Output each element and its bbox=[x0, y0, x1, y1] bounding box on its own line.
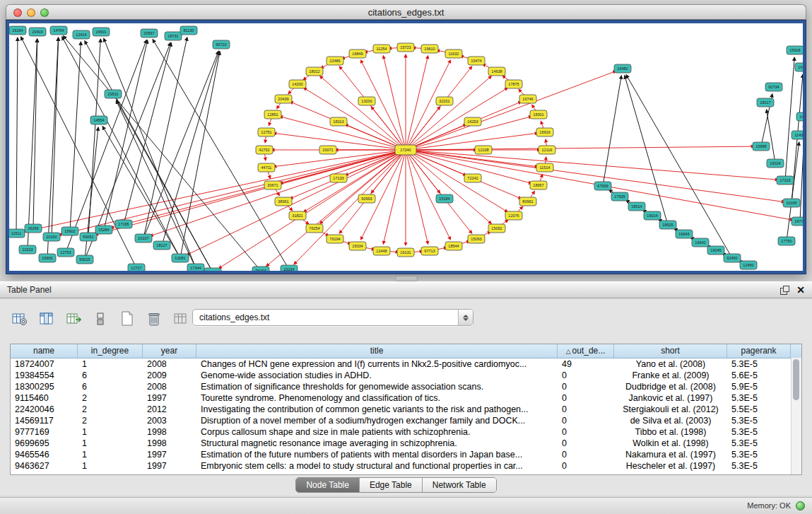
import-table-icon[interactable] bbox=[64, 309, 83, 329]
graph-node[interactable]: 16849 bbox=[349, 49, 366, 58]
close-panel-icon[interactable]: ✕ bbox=[796, 285, 805, 295]
graph-node[interactable]: 16642 bbox=[692, 238, 709, 247]
graph-node[interactable]: 14764 bbox=[50, 26, 67, 35]
tab-network-table[interactable]: Network Table bbox=[423, 478, 496, 492]
graph-node[interactable]: 17344 bbox=[187, 264, 204, 271]
new-table-icon[interactable] bbox=[117, 309, 137, 329]
graph-node[interactable]: 16775 bbox=[792, 217, 803, 226]
table-row[interactable]: 977716911998Corpus callosum shape and si… bbox=[11, 426, 801, 438]
graph-node[interactable]: 19610 bbox=[421, 45, 438, 53]
column-header-in-degree[interactable]: in_degree bbox=[78, 344, 143, 358]
graph-node[interactable]: 16194 bbox=[281, 265, 298, 271]
graph-node[interactable]: 44711 bbox=[258, 163, 275, 172]
column-header-name[interactable]: name bbox=[11, 344, 78, 358]
table-row[interactable]: 1872400712008Changes of HCN gene express… bbox=[11, 358, 801, 370]
graph-node[interactable]: 11514 bbox=[536, 163, 553, 172]
tab-node-table[interactable]: Node Table bbox=[296, 478, 360, 492]
graph-node[interactable]: 17750 bbox=[778, 237, 795, 245]
table-row[interactable]: 911546021997Tourette syndrome. Phenomeno… bbox=[11, 392, 801, 404]
graph-node[interactable]: 10165 bbox=[783, 199, 800, 207]
graph-node[interactable]: 17195 bbox=[115, 220, 132, 228]
column-header-title[interactable]: title bbox=[196, 344, 558, 358]
graph-node[interactable]: 14638 bbox=[488, 67, 505, 76]
select-columns-icon[interactable] bbox=[37, 309, 57, 329]
graph-node[interactable]: 20531 bbox=[105, 90, 122, 98]
row-selection-icon[interactable] bbox=[90, 309, 110, 329]
graph-node[interactable]: 16943 bbox=[676, 230, 693, 238]
column-header-pagerank[interactable]: pagerank bbox=[727, 344, 791, 358]
graph-node[interactable]: 17939 bbox=[611, 192, 628, 201]
graph-node[interactable]: 16164 bbox=[9, 26, 26, 35]
graph-node[interactable]: 76194 bbox=[326, 235, 343, 243]
graph-node[interactable]: 20403 bbox=[29, 28, 46, 36]
graph-node[interactable]: 16131 bbox=[397, 248, 414, 257]
graph-node[interactable]: 15093 bbox=[468, 235, 485, 243]
graph-node[interactable]: 20071 bbox=[319, 146, 336, 154]
graph-node[interactable]: 72242 bbox=[464, 174, 481, 182]
graph-node[interactable]: 42752 bbox=[256, 146, 273, 154]
graph-node[interactable]: 76194 bbox=[252, 267, 269, 271]
graph-node[interactable]: 12727 bbox=[128, 264, 145, 271]
delete-table-icon[interactable] bbox=[144, 309, 164, 329]
graph-node[interactable]: 15284 bbox=[95, 226, 112, 234]
graph-node[interactable]: 12753 bbox=[57, 248, 74, 257]
graph-node[interactable]: 17133 bbox=[330, 174, 347, 182]
graph-node[interactable]: 92734 bbox=[765, 83, 782, 91]
graph-node[interactable]: 14200 bbox=[289, 80, 306, 88]
vertical-scrollbar[interactable] bbox=[791, 358, 801, 474]
graph-node[interactable]: 11254 bbox=[373, 45, 390, 53]
graph-node[interactable]: 32201 bbox=[436, 97, 453, 105]
graph-node[interactable]: 12076 bbox=[505, 211, 522, 220]
graph-node[interactable]: 59015 bbox=[76, 255, 93, 264]
graph-node[interactable]: 14554 bbox=[90, 116, 107, 124]
table-row[interactable]: 946554611997Estimation of the future num… bbox=[11, 449, 801, 460]
graph-node[interactable]: 15723 bbox=[397, 43, 414, 52]
graph-node[interactable]: 18301 bbox=[530, 110, 547, 119]
graph-node[interactable]: 15034 bbox=[349, 242, 366, 250]
graph-node[interactable]: 81130 bbox=[180, 26, 197, 35]
graph-node[interactable]: 26269 bbox=[25, 224, 42, 233]
graph-node[interactable]: 20567 bbox=[141, 29, 158, 37]
graph-node[interactable]: 90993 bbox=[358, 194, 375, 203]
graph-node[interactable]: 80961 bbox=[519, 197, 536, 206]
table-row[interactable]: 1938455462009Genome-wide association stu… bbox=[11, 370, 801, 381]
column-header-year[interactable]: year bbox=[143, 344, 196, 358]
table-selector-dropdown[interactable]: citations_edges.txt bbox=[192, 309, 473, 326]
graph-node[interactable]: 16906 bbox=[39, 254, 56, 262]
graph-node[interactable]: 95723 bbox=[213, 40, 230, 49]
table-row[interactable]: 1830029562008Estimation of significance … bbox=[11, 381, 801, 392]
graph-node[interactable]: 11435 bbox=[792, 131, 803, 139]
graph-node[interactable]: 14935 bbox=[796, 112, 803, 121]
graph-node[interactable]: 15092 bbox=[488, 224, 505, 233]
graph-node[interactable]: 16024 bbox=[767, 159, 784, 168]
graph-node[interactable]: 18957 bbox=[530, 181, 547, 189]
graph-node[interactable]: 18012 bbox=[306, 67, 323, 76]
citation-network-graph[interactable]: 1724015723112541684922486180121420020439… bbox=[9, 23, 803, 271]
float-panel-icon[interactable] bbox=[780, 286, 789, 294]
graph-node[interactable]: 10223 bbox=[19, 245, 36, 254]
graph-node[interactable]: 12414 bbox=[73, 30, 90, 39]
graph-node[interactable]: 22486 bbox=[326, 57, 343, 65]
scrollbar-thumb[interactable] bbox=[793, 359, 799, 400]
graph-node[interactable]: 17103 bbox=[777, 176, 794, 185]
network-canvas[interactable]: 1724015723112541684922486180121420020439… bbox=[9, 23, 803, 271]
graph-node[interactable]: 18925 bbox=[659, 221, 676, 229]
graph-node[interactable]: 20107 bbox=[135, 234, 152, 243]
column-header-out-de-[interactable]: △out_de... bbox=[558, 344, 614, 358]
table-row[interactable]: 969969511998Structural magnetic resonanc… bbox=[11, 438, 801, 449]
graph-node[interactable]: 12108 bbox=[475, 146, 492, 154]
graph-node[interactable]: 17240 bbox=[395, 145, 416, 155]
graph-node[interactable]: 38361 bbox=[275, 197, 292, 206]
graph-node[interactable]: 12448 bbox=[373, 247, 390, 255]
graph-node[interactable]: 59051 bbox=[80, 233, 97, 241]
graph-node[interactable]: 16482 bbox=[614, 64, 631, 73]
graph-node[interactable]: 18217 bbox=[757, 98, 774, 107]
graph-node[interactable]: 18864 bbox=[204, 268, 221, 271]
graph-node[interactable]: 16253 bbox=[464, 117, 481, 126]
graph-node[interactable]: 10427 bbox=[795, 63, 803, 71]
tab-edge-table[interactable]: Edge Table bbox=[360, 478, 423, 492]
graph-node[interactable]: 92450 bbox=[724, 254, 741, 262]
graph-node[interactable]: 15918 bbox=[787, 46, 803, 54]
graph-node[interactable]: 13200 bbox=[358, 97, 375, 105]
graph-node[interactable]: 31821 bbox=[289, 211, 306, 220]
